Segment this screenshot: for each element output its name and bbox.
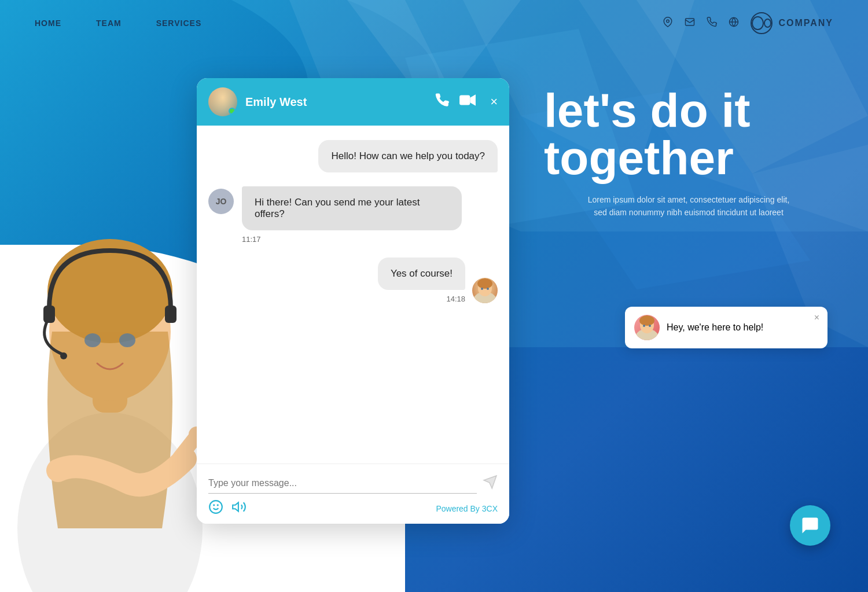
message-user-1: JO Hi there! Can you send me your latest… <box>208 186 498 244</box>
svg-point-15 <box>84 333 101 347</box>
user-message-container-1: Hi there! Can you send me your latest of… <box>242 186 462 244</box>
svg-point-19 <box>60 352 67 359</box>
svg-point-26 <box>481 288 483 290</box>
powered-by: Powered By 3CX <box>436 504 498 513</box>
agent-reply-time-1: 14:18 <box>378 295 465 303</box>
svg-point-36 <box>649 325 651 327</box>
notif-close-button[interactable]: × <box>814 312 819 323</box>
message-agent-reply-1: Yes of course! 14:18 <box>208 258 498 303</box>
nav-services[interactable]: SERVICES <box>156 19 202 28</box>
agent-reply-bubble-1: Yes of course! <box>378 258 465 290</box>
user-message-text-1: Hi there! Can you send me your latest of… <box>255 197 420 219</box>
company-logo-circle <box>751 12 773 34</box>
svg-rect-9 <box>686 19 694 25</box>
svg-point-25 <box>477 278 492 289</box>
chat-header-actions: × <box>435 93 498 111</box>
svg-point-27 <box>487 288 489 290</box>
svg-point-34 <box>639 315 654 326</box>
hero-headline: let's do it together <box>544 87 833 182</box>
user-avatar-1: JO <box>208 189 234 214</box>
company-logo: COMPANY <box>751 12 833 34</box>
notif-text: Hey, we're here to help! <box>667 322 763 333</box>
person-silhouette <box>12 123 208 592</box>
chat-fab-button[interactable] <box>790 505 830 546</box>
chat-window: Emily West × Hello! How can we help you … <box>197 78 509 524</box>
svg-point-28 <box>209 501 222 513</box>
user-initials-1: JO <box>216 197 227 206</box>
agent-reply-text-1: Yes of course! <box>391 268 453 279</box>
audio-icon[interactable] <box>231 499 247 518</box>
chat-body: Hello! How can we help you today? JO Hi … <box>197 126 509 464</box>
phone-icon[interactable] <box>707 17 717 30</box>
navbar: HOME TEAM SERVICES COMPANY <box>0 0 868 46</box>
call-icon[interactable] <box>435 93 450 111</box>
svg-point-35 <box>643 325 645 327</box>
send-button[interactable] <box>483 475 498 493</box>
chat-fab-icon <box>800 515 821 536</box>
nav-team[interactable]: TEAM <box>96 19 122 28</box>
user-bubble-1: Hi there! Can you send me your latest of… <box>242 186 462 230</box>
message-agent-1: Hello! How can we help you today? <box>208 140 498 172</box>
chat-close-button[interactable]: × <box>490 94 498 109</box>
hero-text: let's do it together Lorem ipsum dolor s… <box>544 87 833 219</box>
chat-input-row <box>208 473 498 494</box>
video-icon[interactable] <box>459 93 476 111</box>
svg-point-14 <box>47 239 172 343</box>
chat-notification: Hey, we're here to help! × <box>625 307 827 348</box>
agent-bubble-1: Hello! How can we help you today? <box>318 140 498 172</box>
hero-subtext: Lorem ipsum dolor sit amet, consectetuer… <box>587 193 790 219</box>
globe-icon[interactable] <box>729 17 739 30</box>
mail-icon[interactable] <box>685 17 695 30</box>
svg-point-8 <box>667 20 670 23</box>
chat-contact-name: Emily West <box>245 95 426 109</box>
chat-avatar <box>208 87 237 116</box>
company-name: COMPANY <box>778 18 833 28</box>
person-photo <box>12 123 208 592</box>
svg-rect-21 <box>459 95 470 105</box>
emoji-icon[interactable] <box>208 499 223 518</box>
nav-home[interactable]: HOME <box>35 19 61 28</box>
location-icon[interactable] <box>663 17 673 30</box>
svg-rect-18 <box>165 306 176 323</box>
user-message-time-1: 11:17 <box>242 235 462 244</box>
footer-icons <box>208 499 247 518</box>
svg-rect-17 <box>43 306 55 323</box>
svg-marker-22 <box>470 94 476 105</box>
chat-header: Emily West × <box>197 78 509 126</box>
chat-footer: Powered By 3CX <box>197 464 509 524</box>
agent-reply-avatar-1 <box>472 278 498 303</box>
nav-links: HOME TEAM SERVICES <box>35 19 201 28</box>
notif-avatar <box>634 315 660 340</box>
online-status-dot <box>229 108 236 115</box>
chat-input[interactable] <box>208 473 477 494</box>
agent-reply-container-1: Yes of course! 14:18 <box>378 258 465 303</box>
nav-right: COMPANY <box>663 12 833 34</box>
chat-footer-actions: Powered By 3CX <box>208 499 498 518</box>
svg-point-16 <box>119 333 135 347</box>
agent-message-text-1: Hello! How can we help you today? <box>331 150 485 161</box>
svg-marker-31 <box>233 502 238 511</box>
